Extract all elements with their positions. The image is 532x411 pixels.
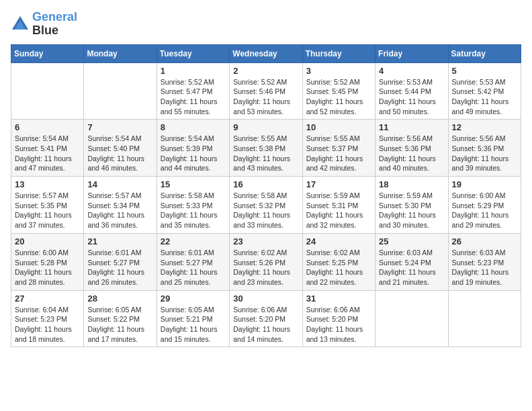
calendar-week-row: 27Sunrise: 6:04 AM Sunset: 5:23 PM Dayli… <box>11 290 521 347</box>
calendar-cell: 15Sunrise: 5:58 AM Sunset: 5:33 PM Dayli… <box>157 177 229 234</box>
day-number: 23 <box>233 236 298 246</box>
calendar-cell: 12Sunrise: 5:56 AM Sunset: 5:36 PM Dayli… <box>448 120 521 177</box>
day-number: 19 <box>452 179 517 189</box>
day-detail: Sunrise: 5:58 AM Sunset: 5:32 PM Dayligh… <box>233 191 298 230</box>
day-number: 11 <box>379 122 444 132</box>
calendar-cell: 26Sunrise: 6:03 AM Sunset: 5:23 PM Dayli… <box>448 233 521 290</box>
calendar-cell: 24Sunrise: 6:02 AM Sunset: 5:25 PM Dayli… <box>302 233 375 290</box>
calendar-cell: 22Sunrise: 6:01 AM Sunset: 5:27 PM Dayli… <box>157 233 229 290</box>
day-detail: Sunrise: 5:52 AM Sunset: 5:47 PM Dayligh… <box>161 77 226 117</box>
calendar-week-row: 6Sunrise: 5:54 AM Sunset: 5:41 PM Daylig… <box>11 120 521 177</box>
day-detail: Sunrise: 6:05 AM Sunset: 5:21 PM Dayligh… <box>161 305 226 345</box>
day-number: 22 <box>161 236 226 246</box>
header-day: Tuesday <box>157 44 229 62</box>
day-number: 15 <box>161 179 226 189</box>
calendar-cell: 3Sunrise: 5:52 AM Sunset: 5:45 PM Daylig… <box>302 62 375 120</box>
day-detail: Sunrise: 5:53 AM Sunset: 5:42 PM Dayligh… <box>452 77 517 117</box>
day-number: 16 <box>233 179 298 189</box>
day-detail: Sunrise: 5:54 AM Sunset: 5:41 PM Dayligh… <box>15 134 80 173</box>
day-number: 6 <box>15 122 80 132</box>
day-number: 18 <box>379 179 444 189</box>
day-detail: Sunrise: 6:00 AM Sunset: 5:28 PM Dayligh… <box>15 248 80 287</box>
header-day: Sunday <box>11 44 84 62</box>
calendar-cell <box>11 62 84 120</box>
day-detail: Sunrise: 5:58 AM Sunset: 5:33 PM Dayligh… <box>161 191 226 230</box>
day-number: 31 <box>306 293 371 304</box>
day-detail: Sunrise: 6:01 AM Sunset: 5:27 PM Dayligh… <box>87 248 152 287</box>
calendar-cell: 6Sunrise: 5:54 AM Sunset: 5:41 PM Daylig… <box>11 120 84 177</box>
day-number: 21 <box>87 236 152 246</box>
calendar-cell: 29Sunrise: 6:05 AM Sunset: 5:21 PM Dayli… <box>157 290 229 347</box>
header-day: Monday <box>84 44 157 62</box>
day-number: 17 <box>306 179 371 189</box>
day-detail: Sunrise: 5:57 AM Sunset: 5:34 PM Dayligh… <box>87 191 152 230</box>
day-detail: Sunrise: 5:55 AM Sunset: 5:38 PM Dayligh… <box>233 134 298 173</box>
calendar-cell: 28Sunrise: 6:05 AM Sunset: 5:22 PM Dayli… <box>84 290 157 347</box>
calendar-cell: 7Sunrise: 5:54 AM Sunset: 5:40 PM Daylig… <box>84 120 157 177</box>
day-number: 10 <box>306 122 371 132</box>
calendar-cell: 2Sunrise: 5:52 AM Sunset: 5:46 PM Daylig… <box>230 62 302 120</box>
calendar-cell: 8Sunrise: 5:54 AM Sunset: 5:39 PM Daylig… <box>157 120 229 177</box>
day-detail: Sunrise: 5:52 AM Sunset: 5:46 PM Dayligh… <box>233 77 298 117</box>
day-number: 3 <box>306 66 371 76</box>
day-detail: Sunrise: 6:06 AM Sunset: 5:20 PM Dayligh… <box>233 305 298 345</box>
day-detail: Sunrise: 6:02 AM Sunset: 5:25 PM Dayligh… <box>306 248 371 287</box>
day-detail: Sunrise: 6:03 AM Sunset: 5:23 PM Dayligh… <box>452 248 517 287</box>
logo-icon <box>11 15 30 34</box>
calendar-cell: 4Sunrise: 5:53 AM Sunset: 5:44 PM Daylig… <box>375 62 448 120</box>
calendar-cell: 18Sunrise: 5:59 AM Sunset: 5:30 PM Dayli… <box>375 177 448 234</box>
calendar-cell: 10Sunrise: 5:55 AM Sunset: 5:37 PM Dayli… <box>302 120 375 177</box>
day-number: 2 <box>233 66 298 76</box>
day-number: 24 <box>306 236 371 246</box>
day-detail: Sunrise: 5:54 AM Sunset: 5:40 PM Dayligh… <box>87 134 152 173</box>
day-detail: Sunrise: 5:56 AM Sunset: 5:36 PM Dayligh… <box>452 134 517 173</box>
page-header: General Blue <box>11 11 521 38</box>
day-number: 30 <box>233 293 298 304</box>
day-number: 14 <box>87 179 152 189</box>
day-detail: Sunrise: 5:56 AM Sunset: 5:36 PM Dayligh… <box>379 134 444 173</box>
header-day: Friday <box>375 44 448 62</box>
header-day: Saturday <box>448 44 521 62</box>
calendar-cell: 21Sunrise: 6:01 AM Sunset: 5:27 PM Dayli… <box>84 233 157 290</box>
calendar-cell: 17Sunrise: 5:59 AM Sunset: 5:31 PM Dayli… <box>302 177 375 234</box>
day-detail: Sunrise: 6:05 AM Sunset: 5:22 PM Dayligh… <box>87 305 152 345</box>
calendar-cell: 27Sunrise: 6:04 AM Sunset: 5:23 PM Dayli… <box>11 290 84 347</box>
header-day: Thursday <box>302 44 375 62</box>
calendar-cell: 11Sunrise: 5:56 AM Sunset: 5:36 PM Dayli… <box>375 120 448 177</box>
calendar-cell: 13Sunrise: 5:57 AM Sunset: 5:35 PM Dayli… <box>11 177 84 234</box>
day-number: 26 <box>452 236 517 246</box>
day-detail: Sunrise: 6:06 AM Sunset: 5:20 PM Dayligh… <box>306 305 371 345</box>
calendar-cell: 16Sunrise: 5:58 AM Sunset: 5:32 PM Dayli… <box>230 177 302 234</box>
logo: General Blue <box>11 11 77 38</box>
calendar-cell <box>448 290 521 347</box>
calendar-cell: 31Sunrise: 6:06 AM Sunset: 5:20 PM Dayli… <box>302 290 375 347</box>
day-detail: Sunrise: 5:57 AM Sunset: 5:35 PM Dayligh… <box>15 191 80 230</box>
calendar-cell: 25Sunrise: 6:03 AM Sunset: 5:24 PM Dayli… <box>375 233 448 290</box>
day-number: 9 <box>233 122 298 132</box>
calendar-cell: 30Sunrise: 6:06 AM Sunset: 5:20 PM Dayli… <box>230 290 302 347</box>
day-detail: Sunrise: 6:00 AM Sunset: 5:29 PM Dayligh… <box>452 191 517 230</box>
day-number: 29 <box>161 293 226 304</box>
day-detail: Sunrise: 6:03 AM Sunset: 5:24 PM Dayligh… <box>379 248 444 287</box>
calendar-table: SundayMondayTuesdayWednesdayThursdayFrid… <box>11 44 521 348</box>
day-number: 27 <box>15 293 80 304</box>
day-number: 8 <box>161 122 226 132</box>
header-day: Wednesday <box>230 44 302 62</box>
calendar-week-row: 1Sunrise: 5:52 AM Sunset: 5:47 PM Daylig… <box>11 62 521 120</box>
calendar-cell: 19Sunrise: 6:00 AM Sunset: 5:29 PM Dayli… <box>448 177 521 234</box>
calendar-cell: 14Sunrise: 5:57 AM Sunset: 5:34 PM Dayli… <box>84 177 157 234</box>
calendar-cell: 5Sunrise: 5:53 AM Sunset: 5:42 PM Daylig… <box>448 62 521 120</box>
calendar-week-row: 13Sunrise: 5:57 AM Sunset: 5:35 PM Dayli… <box>11 177 521 234</box>
logo-text: General Blue <box>32 11 77 38</box>
calendar-cell: 20Sunrise: 6:00 AM Sunset: 5:28 PM Dayli… <box>11 233 84 290</box>
calendar-header-row: SundayMondayTuesdayWednesdayThursdayFrid… <box>11 44 521 62</box>
day-number: 12 <box>452 122 517 132</box>
day-detail: Sunrise: 6:04 AM Sunset: 5:23 PM Dayligh… <box>15 305 80 345</box>
calendar-cell <box>84 62 157 120</box>
calendar-cell <box>375 290 448 347</box>
day-detail: Sunrise: 5:59 AM Sunset: 5:31 PM Dayligh… <box>306 191 371 230</box>
day-number: 7 <box>87 122 152 132</box>
calendar-cell: 9Sunrise: 5:55 AM Sunset: 5:38 PM Daylig… <box>230 120 302 177</box>
day-detail: Sunrise: 5:54 AM Sunset: 5:39 PM Dayligh… <box>161 134 226 173</box>
day-detail: Sunrise: 5:53 AM Sunset: 5:44 PM Dayligh… <box>379 77 444 117</box>
